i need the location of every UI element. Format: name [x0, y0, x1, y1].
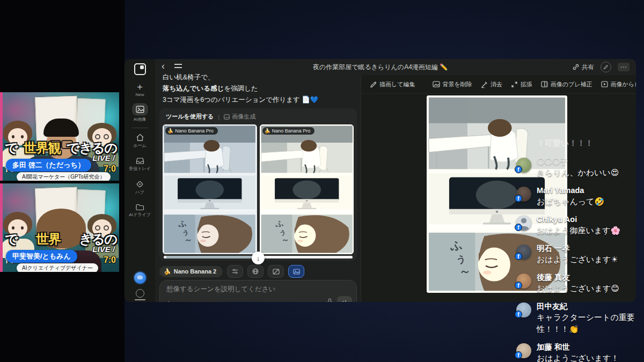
image-icon — [293, 269, 300, 275]
thumbnail-time-text: 7:0 — [104, 255, 116, 265]
style-globe-button[interactable] — [247, 265, 264, 278]
host-name-badge: 多田 啓二（ただっち） — [6, 159, 91, 172]
model-badge: 🍌Nano Banana Pro — [165, 127, 218, 135]
assistant-message-text: 白い机&椅子で、 落ち込んでいる感じを強調した 3コマ漫画を6つのバリエーション… — [163, 72, 318, 106]
model-selector-chip[interactable]: 🍌 Nano Banana 2 — [159, 266, 223, 277]
tool-image-to-video[interactable]: 画像からビデオへ — [601, 80, 636, 88]
image-icon — [224, 114, 230, 120]
tool-erase[interactable]: 消去 — [481, 80, 502, 88]
banana-icon: 🍌 — [164, 268, 171, 275]
chat-message: f Chikyu Aoi おはよう御座います🌸 — [516, 215, 643, 237]
thumbnail-live-text: LIVE / — [92, 153, 115, 162]
model-badge: 🍌Nano Banana Pro — [262, 127, 315, 135]
webcam-tile-host-2: で世界きるの LIVE / T's 7:0 甲斐智美/ともみん AIクリエイティ… — [0, 183, 119, 272]
more-options-button[interactable]: ⋯ — [618, 63, 630, 71]
account-icon[interactable] — [136, 289, 144, 298]
host-role-badge: AIクリエイティブデザイナー — [17, 263, 98, 272]
expand-icon — [511, 81, 518, 88]
facebook-icon: f — [515, 282, 522, 289]
tool-expand[interactable]: 拡張 — [511, 80, 532, 88]
app-logo[interactable] — [125, 63, 155, 75]
tool-deblur[interactable]: 画像のブレ補正 — [541, 80, 592, 88]
generation-result-card: ツールを使用する | 画像生成 🍌Nano Banana Pro 🍌Nano B… — [159, 108, 357, 261]
tab-use-tools[interactable]: ツールを使用する — [166, 113, 214, 121]
sidebar-item-hub[interactable]: ハブ — [125, 180, 155, 195]
tab-image-generation[interactable]: 画像生成 — [224, 113, 255, 121]
stream-stage: で世界観できるの LIVE / T's 7:0 多田 啓二（ただっち） AI開花… — [0, 0, 644, 362]
thumbnail-live-text: LIVE / — [92, 245, 115, 254]
prompt-input[interactable] — [166, 285, 350, 299]
pencil-icon — [603, 64, 609, 70]
sidebar-item-inbox[interactable]: 受信トレイ — [125, 157, 155, 172]
sliders-icon — [232, 269, 238, 274]
sidebar-item-home[interactable]: ホーム — [125, 134, 155, 149]
host-role-badge: AI開花マーケター（GPTs研究会） — [17, 172, 111, 181]
app-sidebar: ＋ New AI画像 ホーム 受信トレイ ハブ — [125, 59, 155, 302]
image-mode-button-selected[interactable] — [288, 265, 304, 278]
folder-icon — [136, 204, 144, 211]
facebook-icon: f — [515, 195, 522, 202]
home-icon — [136, 134, 144, 142]
globe-icon — [252, 268, 259, 275]
prompt-input-box[interactable]: + ↵ — [159, 280, 357, 302]
chat-message: f 田中友紀 キャラクターシートの重要性！！！👏 — [516, 301, 643, 335]
sidebar-item-ai-image[interactable]: AI画像 — [125, 104, 155, 122]
generated-image-2[interactable]: 🍌Nano Banana Pro — [260, 124, 354, 254]
menu-icon[interactable] — [174, 64, 182, 68]
deblur-icon — [541, 81, 548, 87]
chat-message: f Mari Yamada おばちゃんって🤣 — [516, 186, 643, 208]
chat-message: f 明石 一孝 おはようございます☀ — [516, 243, 643, 265]
facebook-icon: f — [515, 311, 522, 318]
tool-draw-edit[interactable]: 描画して編集 — [370, 80, 415, 88]
share-button[interactable]: 共有 — [573, 63, 594, 71]
sidebar-item-ai-drive[interactable]: AIドライブ — [125, 204, 155, 218]
assistant-avatar-button[interactable] — [134, 272, 146, 284]
banana-icon: 🍌 — [167, 128, 173, 134]
live-chat-overlay: ！可愛い！！！ f 〇〇〇子 きらりん、かわいい😍 f Mari Yamada … — [516, 138, 643, 362]
plus-icon: ＋ — [135, 83, 144, 91]
chat-message: f 加藤 和世 おはようございます！ — [516, 342, 643, 362]
image-to-video-icon — [601, 81, 608, 87]
image-slash-icon — [273, 269, 280, 275]
edit-title-button[interactable] — [601, 62, 611, 72]
facebook-icon: f — [515, 351, 522, 359]
host-name-badge: 甲斐智美/ともみん — [6, 250, 77, 263]
scrollbar-thumb[interactable] — [166, 256, 260, 258]
draw-edit-icon — [370, 81, 377, 88]
banana-icon: 🍌 — [265, 128, 270, 134]
image-tools-toolbar: 描画して編集 背景を削除 消去 拡張 画像のブレ補正 — [361, 75, 636, 94]
chat-message-faded: ！可愛い！！！ — [537, 138, 643, 157]
facebook-icon: f — [515, 253, 522, 260]
chat-message: f 後藤 真友 おはようございます😊 — [516, 272, 643, 294]
settings-sliders-button[interactable] — [227, 265, 243, 278]
send-button[interactable]: ↵ — [337, 296, 352, 302]
enter-icon: ↵ — [342, 299, 347, 302]
sidebar-divider — [132, 128, 148, 128]
share-label: 共有 — [582, 63, 594, 71]
app-logo-icon — [134, 63, 146, 75]
inbox-icon — [136, 157, 144, 165]
chat-message: f 〇〇〇子 きらりん、かわいい😍 — [516, 157, 643, 179]
chat-workspace-column: ‹ 白い机&椅子で、 落ち込んでいる感じを強調した 3コマ漫画を6つのバリエーシ… — [155, 59, 361, 302]
attach-plus-button[interactable]: + — [166, 298, 171, 302]
down-arrow-icon: ↓ — [257, 254, 260, 262]
remove-background-icon — [433, 81, 440, 87]
no-reference-image-button[interactable] — [268, 265, 284, 278]
facebook-icon: f — [515, 224, 522, 231]
scroll-down-button[interactable]: ↓ — [252, 252, 265, 264]
hub-icon — [136, 180, 144, 188]
generated-image-1[interactable]: 🍌Nano Banana Pro — [163, 124, 257, 254]
webcam-tile-host-1: で世界観できるの LIVE / T's 7:0 多田 啓二（ただっち） AI開花… — [0, 92, 119, 181]
tool-remove-background[interactable]: 背景を削除 — [433, 80, 472, 88]
eraser-icon — [481, 81, 488, 88]
sidebar-item-new[interactable]: ＋ New — [125, 83, 155, 97]
facebook-icon: f — [515, 166, 522, 173]
link-icon — [573, 64, 579, 70]
image-icon — [136, 106, 144, 113]
back-button[interactable]: ‹ — [162, 62, 165, 70]
microphone-icon[interactable] — [327, 298, 333, 302]
